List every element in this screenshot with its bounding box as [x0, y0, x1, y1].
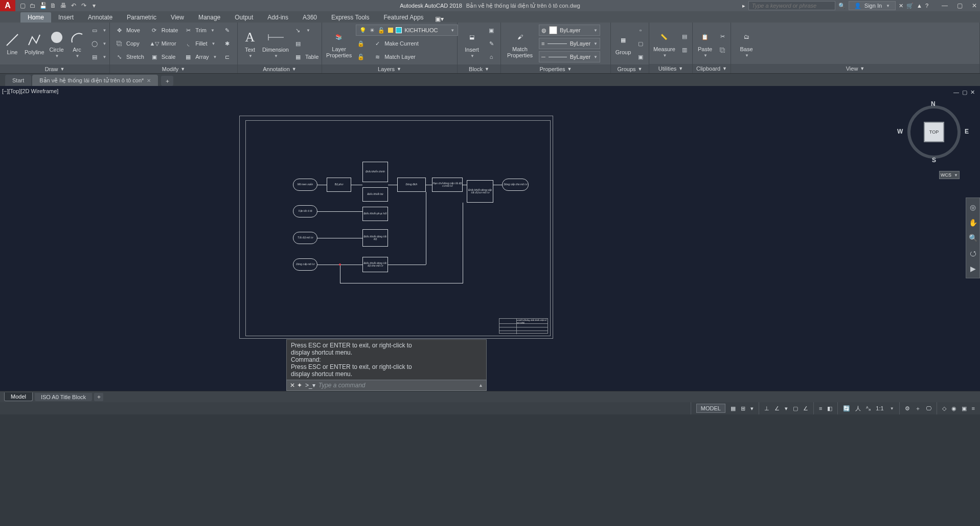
maximize-button[interactable]: ▢	[957, 2, 963, 9]
layer-combo[interactable]: 💡 ☀ 🔓 KICHTHUOC ▼	[356, 25, 458, 36]
search-input[interactable]	[748, 1, 835, 10]
wcs-button[interactable]: WCS▼	[939, 171, 960, 179]
polyline-button[interactable]: Polyline	[25, 32, 44, 55]
status-snap-dd[interactable]: ▾	[750, 405, 754, 412]
cart-icon[interactable]: 🛒	[906, 3, 914, 9]
command-line[interactable]: ✕✦ >_▾ Type a command ▲	[286, 380, 487, 391]
status-autoscale-icon[interactable]: ᴬₐ	[866, 405, 871, 412]
viewcube-e[interactable]: E	[965, 128, 969, 135]
qat-more-icon[interactable]: ▾	[90, 2, 98, 10]
redo-icon[interactable]: ↷	[80, 2, 88, 10]
status-annoscale-icon[interactable]: 人	[855, 405, 861, 412]
circle-button[interactable]: Circle▼	[49, 29, 65, 58]
help-icon[interactable]: ?	[925, 3, 928, 9]
arc-button[interactable]: Arc▼	[69, 29, 85, 58]
text-button[interactable]: AText▼	[242, 29, 258, 58]
erase-button[interactable]: ✎	[222, 25, 232, 36]
status-snap-icon[interactable]: ⊞	[741, 405, 745, 412]
viewcube-face[interactable]: TOP	[925, 123, 943, 141]
command-input[interactable]: Type a command	[318, 382, 475, 389]
viewcube-n[interactable]: N	[931, 100, 936, 107]
plot-icon[interactable]: 🖶	[59, 2, 67, 10]
draw-hatch-button[interactable]: ▤▼	[89, 51, 108, 62]
status-model-button[interactable]: MODEL	[696, 404, 725, 413]
status-hardware-icon[interactable]: ◉	[951, 405, 956, 412]
nav-orbit-icon[interactable]: ⭯	[969, 249, 976, 257]
block-edit-button[interactable]: ✎	[486, 38, 496, 49]
search-arrow-icon[interactable]: ▸	[742, 3, 745, 9]
status-gear-icon[interactable]: ⚙	[905, 405, 910, 412]
cmd-config-icon[interactable]: ✦	[297, 382, 302, 389]
copy-clip-button[interactable]: ⿻	[717, 45, 727, 56]
lineweight-combo[interactable]: ≡ByLayer▼	[539, 38, 600, 49]
rotate-button[interactable]: ⟳Rotate	[149, 25, 179, 36]
nav-zoom-icon[interactable]: 🔍	[969, 234, 977, 242]
panel-groups-title[interactable]: Groups▼	[611, 64, 649, 73]
array-button[interactable]: ▦Array▼	[183, 51, 218, 62]
file-tab-start[interactable]: Start	[5, 75, 31, 86]
tab-express[interactable]: Express Tools	[324, 12, 376, 23]
ribbon-overflow-icon[interactable]: ▣▾	[435, 15, 444, 23]
new-icon[interactable]: ▢	[18, 2, 27, 10]
status-lineweight-icon[interactable]: ≡	[819, 405, 822, 411]
panel-properties-title[interactable]: Properties▼	[501, 64, 610, 73]
open-icon[interactable]: 🗀	[29, 2, 37, 10]
status-clean-icon[interactable]: ▣	[962, 405, 967, 412]
match-properties-button[interactable]: 🖌Match Properties	[505, 29, 535, 58]
panel-clipboard-title[interactable]: Clipboard▼	[693, 64, 731, 73]
layout-tab-add[interactable]: ＋	[94, 393, 103, 401]
viewcube-s[interactable]: S	[932, 157, 936, 164]
signin-button[interactable]: 👤 Sign In ▼	[849, 1, 896, 10]
insert-block-button[interactable]: ⬓Insert▼	[462, 29, 482, 58]
panel-utilities-title[interactable]: Utilities▼	[649, 64, 692, 73]
tab-home[interactable]: Home	[20, 12, 51, 23]
viewport-max-icon[interactable]: ▢	[962, 89, 967, 96]
stretch-button[interactable]: ⤡Stretch	[114, 51, 145, 62]
status-osnap-icon[interactable]: ▢	[793, 405, 798, 412]
layout-tab-model[interactable]: Model	[4, 392, 33, 401]
ungroup-button[interactable]: ▫	[635, 25, 646, 36]
status-grid-icon[interactable]: ▦	[731, 405, 736, 412]
status-plus-icon[interactable]: ＋	[915, 405, 921, 412]
fillet-button[interactable]: ◟Fillet▼	[183, 38, 218, 49]
close-tab-icon[interactable]: ✕	[147, 78, 151, 83]
status-track-icon[interactable]: ∠	[803, 405, 808, 412]
util-2-button[interactable]: ▥	[679, 45, 690, 56]
panel-view-title[interactable]: View▼	[731, 64, 979, 73]
viewport-close-icon[interactable]: ✕	[970, 89, 975, 96]
exchange-icon[interactable]: ✕	[899, 3, 903, 9]
status-polar-icon[interactable]: ∠	[774, 405, 780, 412]
color-combo[interactable]: ◍ByLayer▼	[539, 25, 600, 36]
linetype-combo[interactable]: ─ByLayer▼	[539, 51, 600, 62]
panel-draw-title[interactable]: Draw▼	[0, 64, 109, 73]
file-tab-add[interactable]: ＋	[161, 76, 173, 86]
move-button[interactable]: ✥Move	[114, 25, 145, 36]
mtext-button[interactable]: ▤	[293, 38, 320, 49]
viewcube[interactable]: TOP N E S W	[903, 101, 965, 163]
app-logo[interactable]: A	[0, 0, 15, 11]
tab-addins[interactable]: Add-ins	[260, 12, 295, 23]
cmd-expand-icon[interactable]: ▲	[478, 383, 483, 388]
layer-iso-button[interactable]: 🔓	[356, 51, 366, 62]
tab-insert[interactable]: Insert	[51, 12, 81, 23]
tab-a360[interactable]: A360	[295, 12, 324, 23]
cmd-close-icon[interactable]: ✕	[290, 382, 295, 389]
minimize-button[interactable]: —	[942, 2, 948, 9]
infocenter-icon[interactable]: 🔍	[838, 3, 846, 9]
match-layer-button[interactable]: ≋Match Layer	[372, 51, 417, 62]
status-monitor-icon[interactable]: 🖵	[926, 405, 931, 411]
copy-button[interactable]: ⿻Copy	[114, 38, 145, 49]
scale-button[interactable]: ▣Scale	[149, 51, 179, 62]
nav-wheel-icon[interactable]: ◎	[970, 203, 976, 211]
panel-block-title[interactable]: Block▼	[458, 64, 500, 73]
draw-rect-button[interactable]: ▭▼	[89, 25, 108, 36]
close-button[interactable]: ✕	[972, 2, 977, 9]
tab-manage[interactable]: Manage	[191, 12, 227, 23]
group-bb-button[interactable]: ▣	[635, 51, 646, 62]
block-attr-button[interactable]: ⌂	[486, 51, 496, 62]
tab-annotate[interactable]: Annotate	[81, 12, 120, 23]
util-1-button[interactable]: ▤	[679, 31, 690, 42]
make-current-button[interactable]: ✓Make Current	[372, 38, 420, 49]
workspace[interactable]: [−][Top][2D Wireframe] — ▢ ✕ Mô men xoắn…	[0, 86, 980, 391]
paste-button[interactable]: 📋Paste▼	[697, 29, 713, 58]
